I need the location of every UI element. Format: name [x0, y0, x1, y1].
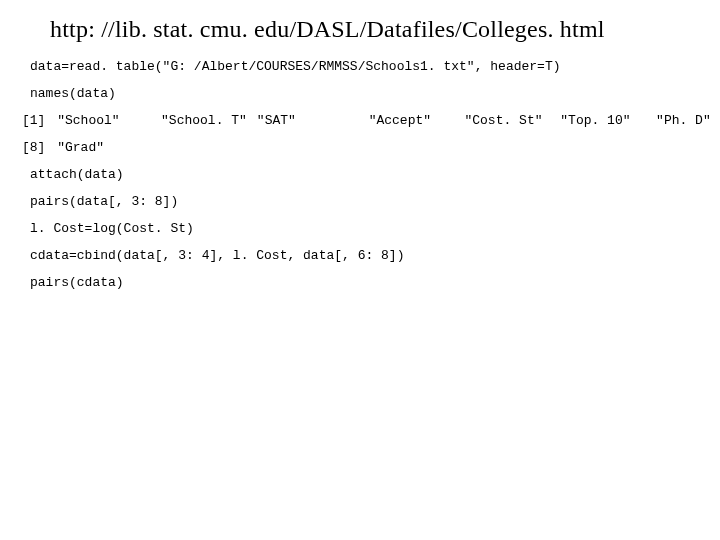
code-block: data=read. table("G: /Albert/COURSES/RMM… [30, 60, 716, 303]
names-output-row: [8] "Grad" [30, 141, 716, 154]
code-line: attach(data) [30, 168, 716, 181]
code-line: l. Cost=log(Cost. St) [30, 222, 716, 235]
code-line: data=read. table("G: /Albert/COURSES/RMM… [30, 60, 716, 73]
col-name: "School. T" [161, 114, 249, 127]
page-title: http: //lib. stat. cmu. edu/DASL/Datafil… [50, 16, 605, 43]
col-name: "Ph. D" [656, 114, 716, 127]
code-line: cdata=cbind(data[, 3: 4], l. Cost, data[… [30, 249, 716, 262]
col-name: "Cost. St" [464, 114, 552, 127]
row-index: [1] [22, 114, 45, 127]
code-line: pairs(data[, 3: 8]) [30, 195, 716, 208]
row-index: [8] [22, 141, 45, 154]
col-name: "SAT" [257, 114, 361, 127]
col-name: "School" [57, 114, 153, 127]
slide-page: http: //lib. stat. cmu. edu/DASL/Datafil… [0, 0, 720, 540]
col-name: "Grad" [57, 141, 153, 154]
names-output-row: [1] "School" "School. T" "SAT" "Accept" … [30, 114, 716, 127]
col-name: "Accept" [369, 114, 457, 127]
code-line: pairs(cdata) [30, 276, 716, 289]
code-line: names(data) [30, 87, 716, 100]
col-name: "Top. 10" [560, 114, 648, 127]
